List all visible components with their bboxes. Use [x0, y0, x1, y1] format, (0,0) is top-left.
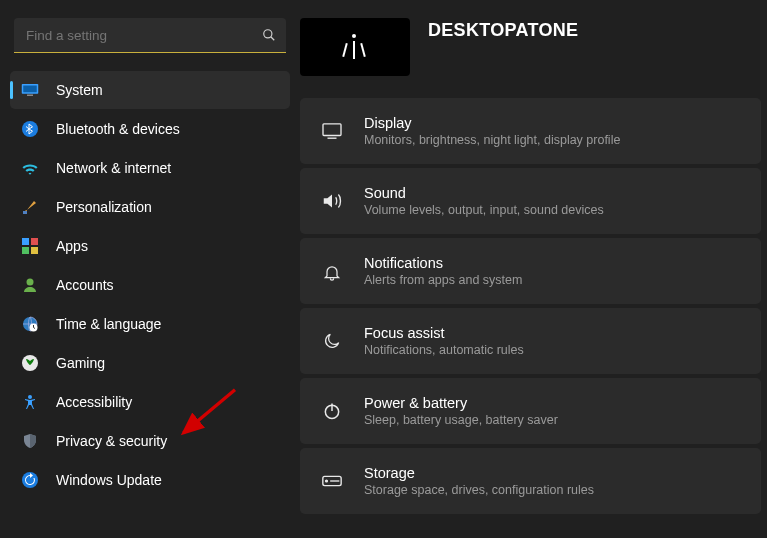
nav-item-accessibility[interactable]: Accessibility — [10, 383, 290, 421]
card-sub: Storage space, drives, configuration rul… — [364, 482, 594, 498]
sidebar: System Bluetooth & devices Network & int… — [0, 0, 300, 538]
card-storage[interactable]: Storage Storage space, drives, configura… — [300, 448, 761, 514]
card-title: Sound — [364, 184, 604, 202]
card-sub: Notifications, automatic rules — [364, 342, 524, 358]
sound-icon — [318, 191, 346, 211]
svg-rect-7 — [22, 238, 29, 245]
svg-point-22 — [326, 480, 328, 482]
card-title: Notifications — [364, 254, 522, 272]
nav-item-time[interactable]: Time & language — [10, 305, 290, 343]
nav-item-bluetooth[interactable]: Bluetooth & devices — [10, 110, 290, 148]
accessibility-icon — [16, 394, 44, 410]
nav-item-gaming[interactable]: Gaming — [10, 344, 290, 382]
nav-label: Network & internet — [56, 160, 171, 176]
shield-icon — [16, 433, 44, 449]
nav-label: Time & language — [56, 316, 161, 332]
nav-item-update[interactable]: Windows Update — [10, 461, 290, 499]
card-sub: Sleep, battery usage, battery saver — [364, 412, 558, 428]
wifi-icon — [16, 161, 44, 175]
nav-label: Personalization — [56, 199, 152, 215]
nav-item-network[interactable]: Network & internet — [10, 149, 290, 187]
card-display[interactable]: Display Monitors, brightness, night ligh… — [300, 98, 761, 164]
svg-point-5 — [22, 121, 38, 137]
nav-label: System — [56, 82, 103, 98]
nav-item-system[interactable]: System — [10, 71, 290, 109]
update-icon — [16, 472, 44, 488]
svg-rect-4 — [27, 95, 33, 97]
svg-point-11 — [27, 279, 34, 286]
nav-label: Apps — [56, 238, 88, 254]
nav-label: Privacy & security — [56, 433, 167, 449]
nav-label: Bluetooth & devices — [56, 121, 180, 137]
power-icon — [318, 401, 346, 421]
user-name: DESKTOPATONE — [428, 20, 578, 41]
card-power[interactable]: Power & battery Sleep, battery usage, ba… — [300, 378, 761, 444]
bluetooth-icon — [16, 121, 44, 137]
user-header: DESKTOPATONE — [300, 18, 767, 76]
card-notifications[interactable]: Notifications Alerts from apps and syste… — [300, 238, 761, 304]
nav-label: Accessibility — [56, 394, 132, 410]
nav-label: Windows Update — [56, 472, 162, 488]
svg-rect-3 — [23, 86, 37, 93]
nav-item-apps[interactable]: Apps — [10, 227, 290, 265]
apps-icon — [16, 238, 44, 254]
svg-line-1 — [271, 37, 275, 41]
brush-icon — [16, 199, 44, 215]
bell-icon — [318, 261, 346, 281]
card-sub: Monitors, brightness, night light, displ… — [364, 132, 620, 148]
storage-icon — [318, 474, 346, 488]
card-focus[interactable]: Focus assist Notifications, automatic ru… — [300, 308, 761, 374]
card-title: Power & battery — [364, 394, 558, 412]
display-icon — [318, 122, 346, 140]
card-title: Focus assist — [364, 324, 524, 342]
avatar[interactable] — [300, 18, 410, 76]
search-input-container[interactable] — [14, 18, 286, 53]
card-title: Display — [364, 114, 620, 132]
svg-rect-8 — [31, 238, 38, 245]
svg-rect-17 — [323, 124, 341, 136]
svg-rect-10 — [31, 247, 38, 254]
nav-item-personalization[interactable]: Personalization — [10, 188, 290, 226]
search-input[interactable] — [24, 27, 262, 44]
monitor-icon — [16, 83, 44, 97]
xbox-icon — [16, 355, 44, 371]
svg-point-0 — [264, 30, 272, 38]
globe-clock-icon — [16, 316, 44, 332]
moon-icon — [318, 331, 346, 351]
nav-item-privacy[interactable]: Privacy & security — [10, 422, 290, 460]
card-sound[interactable]: Sound Volume levels, output, input, soun… — [300, 168, 761, 234]
svg-rect-6 — [23, 211, 27, 214]
card-title: Storage — [364, 464, 594, 482]
main: DESKTOPATONE Display Monitors, brightnes… — [300, 0, 767, 538]
svg-point-15 — [28, 395, 32, 399]
nav-item-accounts[interactable]: Accounts — [10, 266, 290, 304]
card-sub: Alerts from apps and system — [364, 272, 522, 288]
system-cards: Display Monitors, brightness, night ligh… — [300, 98, 767, 514]
card-sub: Volume levels, output, input, sound devi… — [364, 202, 604, 218]
search-icon — [262, 28, 276, 42]
nav-label: Accounts — [56, 277, 114, 293]
nav: System Bluetooth & devices Network & int… — [0, 71, 300, 499]
svg-rect-9 — [22, 247, 29, 254]
nav-label: Gaming — [56, 355, 105, 371]
person-icon — [16, 277, 44, 293]
